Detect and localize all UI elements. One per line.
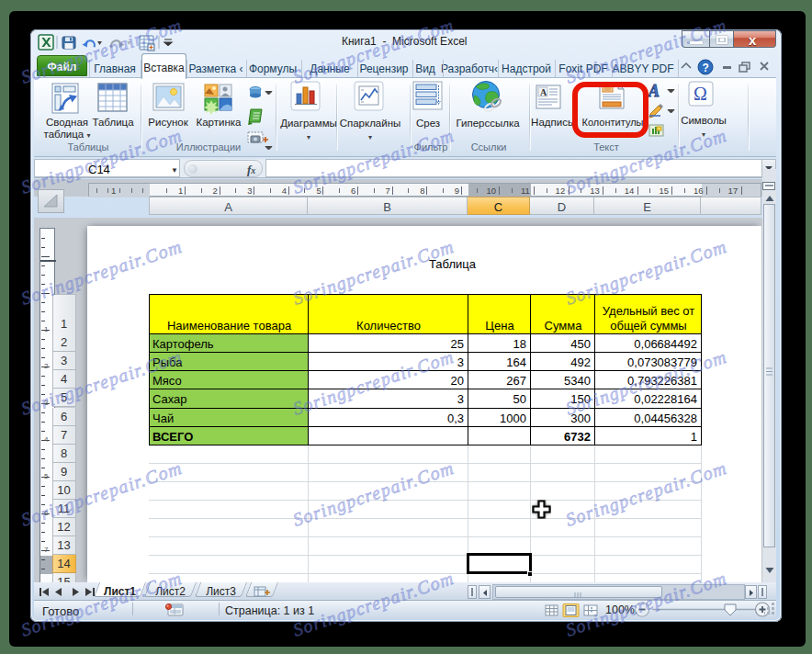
svg-text:A: A	[540, 87, 547, 97]
svg-text:Ω: Ω	[694, 84, 707, 104]
svg-text:A: A	[648, 82, 660, 100]
svg-text:?: ?	[703, 62, 709, 74]
